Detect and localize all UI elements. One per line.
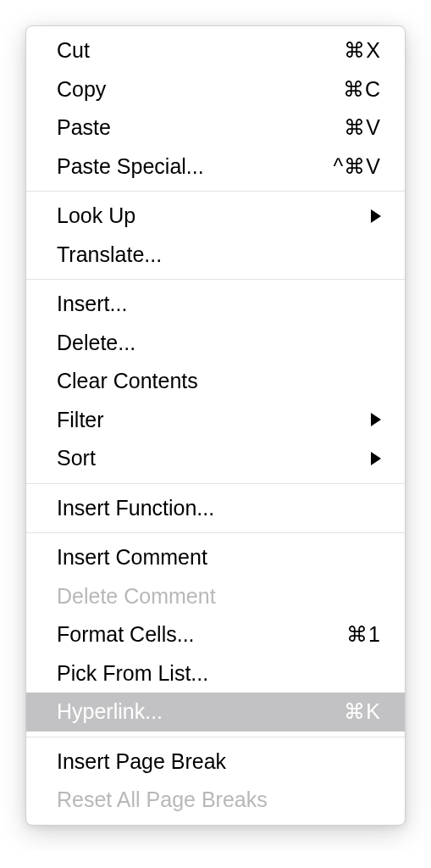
menu-item-pick-from-list[interactable]: Pick From List...: [26, 654, 405, 693]
menu-item-delete-comment: Delete Comment: [26, 577, 405, 616]
menu-label: Filter: [57, 404, 364, 437]
menu-label: Pick From List...: [57, 658, 381, 690]
menu-label: Translate...: [57, 239, 381, 271]
menu-item-hyperlink[interactable]: Hyperlink... ⌘K: [26, 693, 405, 732]
menu-label: Insert...: [57, 288, 381, 320]
menu-label: Clear Contents: [57, 365, 381, 398]
menu-shortcut: ⌘1: [346, 619, 381, 651]
menu-label: Paste: [57, 112, 344, 144]
menu-separator: [26, 279, 405, 280]
menu-label: Reset All Page Breaks: [57, 784, 381, 816]
context-menu: Cut ⌘X Copy ⌘C Paste ⌘V Paste Special...…: [25, 25, 406, 826]
menu-separator: [26, 483, 405, 484]
menu-label: Paste Special...: [57, 151, 334, 183]
menu-label: Hyperlink...: [57, 696, 344, 728]
menu-item-insert-comment[interactable]: Insert Comment: [26, 538, 405, 577]
menu-item-insert[interactable]: Insert...: [26, 285, 405, 324]
menu-separator: [26, 737, 405, 737]
menu-shortcut: ^⌘V: [334, 151, 381, 183]
menu-separator: [26, 191, 405, 192]
submenu-indicator: [364, 209, 381, 223]
menu-label: Delete...: [57, 327, 381, 359]
menu-shortcut: ⌘K: [344, 696, 381, 728]
menu-label: Sort: [57, 442, 364, 475]
menu-item-filter[interactable]: Filter: [26, 401, 405, 440]
menu-shortcut: ⌘V: [344, 112, 381, 144]
menu-label: Look Up: [57, 200, 364, 232]
menu-label: Delete Comment: [57, 581, 381, 613]
menu-item-reset-all-page-breaks: Reset All Page Breaks: [26, 781, 405, 820]
menu-item-cut[interactable]: Cut ⌘X: [26, 31, 405, 70]
menu-label: Cut: [57, 35, 344, 67]
submenu-indicator: [364, 413, 381, 426]
chevron-right-icon: [371, 452, 381, 465]
menu-item-insert-function[interactable]: Insert Function...: [26, 489, 405, 528]
menu-label: Insert Function...: [57, 492, 381, 525]
menu-shortcut: ⌘C: [343, 74, 381, 106]
menu-label: Copy: [57, 74, 343, 106]
menu-label: Format Cells...: [57, 619, 346, 651]
menu-item-paste-special[interactable]: Paste Special... ^⌘V: [26, 147, 405, 186]
menu-label: Insert Page Break: [57, 746, 381, 778]
menu-item-look-up[interactable]: Look Up: [26, 197, 405, 236]
menu-item-paste[interactable]: Paste ⌘V: [26, 108, 405, 147]
menu-item-copy[interactable]: Copy ⌘C: [26, 70, 405, 109]
menu-item-delete[interactable]: Delete...: [26, 324, 405, 363]
menu-shortcut: ⌘X: [344, 35, 381, 67]
chevron-right-icon: [371, 209, 381, 223]
menu-item-translate[interactable]: Translate...: [26, 236, 405, 275]
menu-item-clear-contents[interactable]: Clear Contents: [26, 362, 405, 401]
menu-label: Insert Comment: [57, 542, 381, 574]
chevron-right-icon: [371, 413, 381, 426]
submenu-indicator: [364, 452, 381, 465]
menu-separator: [26, 532, 405, 533]
menu-item-sort[interactable]: Sort: [26, 439, 405, 478]
menu-item-insert-page-break[interactable]: Insert Page Break: [26, 743, 405, 782]
menu-item-format-cells[interactable]: Format Cells... ⌘1: [26, 615, 405, 654]
